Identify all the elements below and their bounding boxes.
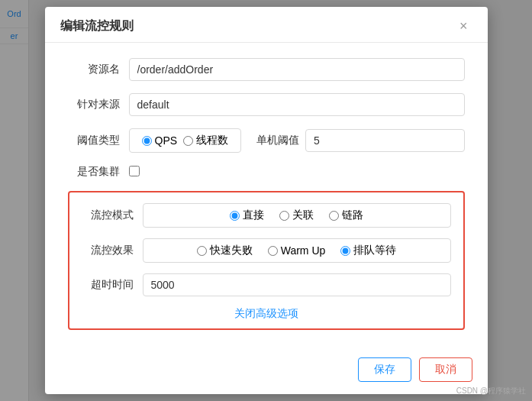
timeout-input[interactable] bbox=[143, 273, 451, 296]
cluster-control bbox=[129, 166, 465, 179]
close-button[interactable]: × bbox=[455, 18, 472, 34]
resource-name-input[interactable] bbox=[129, 58, 465, 81]
dialog-footer: 保存 取消 bbox=[45, 350, 488, 394]
radio-fast-fail[interactable]: 快速失败 bbox=[197, 244, 253, 257]
edit-flow-rule-dialog: 编辑流控规则 × 资源名 针对来源 阈值类型 bbox=[45, 7, 488, 394]
threshold-type-inner: QPS 线程数 单机阈值 bbox=[129, 128, 465, 153]
dialog-header: 编辑流控规则 × bbox=[45, 7, 488, 43]
cluster-checkbox[interactable] bbox=[129, 166, 140, 176]
radio-warm-up[interactable]: Warm Up bbox=[268, 244, 326, 257]
dialog-body: 资源名 针对来源 阈值类型 bbox=[45, 43, 488, 350]
flow-effect-label: 流控效果 bbox=[82, 244, 143, 257]
dialog-title: 编辑流控规则 bbox=[60, 18, 134, 34]
save-button[interactable]: 保存 bbox=[358, 357, 411, 382]
radio-qps-label: QPS bbox=[155, 134, 178, 147]
threshold-type-label: 阈值类型 bbox=[68, 134, 129, 147]
timeout-row: 超时时间 bbox=[82, 273, 451, 296]
radio-queue[interactable]: 排队等待 bbox=[340, 244, 396, 257]
watermark: CSDN @程序猿学社 bbox=[456, 386, 526, 396]
flow-mode-radio-box: 直接 关联 链路 bbox=[143, 203, 451, 228]
radio-related[interactable]: 关联 bbox=[279, 209, 314, 222]
modal-overlay: 编辑流控规则 × 资源名 针对来源 阈值类型 bbox=[0, 0, 532, 401]
radio-threads-label: 线程数 bbox=[196, 134, 228, 147]
radio-fast-fail-label: 快速失败 bbox=[210, 244, 253, 257]
flow-mode-label: 流控模式 bbox=[82, 209, 143, 222]
single-threshold-label: 单机阈值 bbox=[256, 134, 299, 147]
cluster-label: 是否集群 bbox=[68, 165, 129, 179]
flow-mode-row: 流控模式 直接 关联 bbox=[82, 203, 451, 228]
resource-name-label: 资源名 bbox=[68, 63, 129, 76]
radio-related-label: 关联 bbox=[292, 209, 314, 222]
flow-effect-row: 流控效果 快速失败 Warm Up bbox=[82, 238, 451, 263]
resource-name-row: 资源名 bbox=[68, 58, 465, 81]
flow-effect-control: 快速失败 Warm Up 排队等待 bbox=[143, 238, 451, 263]
radio-threads[interactable]: 线程数 bbox=[183, 134, 228, 147]
source-row: 针对来源 bbox=[68, 93, 465, 116]
radio-direct[interactable]: 直接 bbox=[230, 209, 264, 222]
radio-warm-up-label: Warm Up bbox=[281, 244, 326, 257]
source-control bbox=[129, 93, 465, 116]
source-input[interactable] bbox=[129, 93, 465, 116]
flow-effect-radio-box: 快速失败 Warm Up 排队等待 bbox=[143, 238, 451, 263]
cancel-button[interactable]: 取消 bbox=[419, 357, 472, 382]
timeout-control bbox=[143, 273, 451, 296]
radio-chain-label: 链路 bbox=[342, 209, 363, 222]
source-label: 针对来源 bbox=[68, 98, 129, 112]
single-threshold-input[interactable] bbox=[305, 129, 464, 152]
cluster-row: 是否集群 bbox=[68, 165, 465, 179]
close-advanced-section: 关闭高级选项 bbox=[82, 307, 451, 321]
threshold-type-row: 阈值类型 QPS 线程数 单机阈 bbox=[68, 128, 465, 153]
threshold-type-radio-box: QPS 线程数 bbox=[129, 128, 242, 153]
resource-name-control bbox=[129, 58, 465, 81]
close-advanced-link[interactable]: 关闭高级选项 bbox=[234, 307, 298, 319]
flow-mode-control: 直接 关联 链路 bbox=[143, 203, 451, 228]
radio-chain[interactable]: 链路 bbox=[329, 209, 363, 222]
timeout-label: 超时时间 bbox=[82, 278, 143, 292]
radio-queue-label: 排队等待 bbox=[353, 244, 396, 257]
radio-qps[interactable]: QPS bbox=[142, 134, 178, 147]
radio-direct-label: 直接 bbox=[243, 209, 264, 222]
advanced-options-box: 流控模式 直接 关联 bbox=[68, 191, 465, 330]
threshold-type-control: QPS 线程数 单机阈值 bbox=[129, 128, 465, 153]
